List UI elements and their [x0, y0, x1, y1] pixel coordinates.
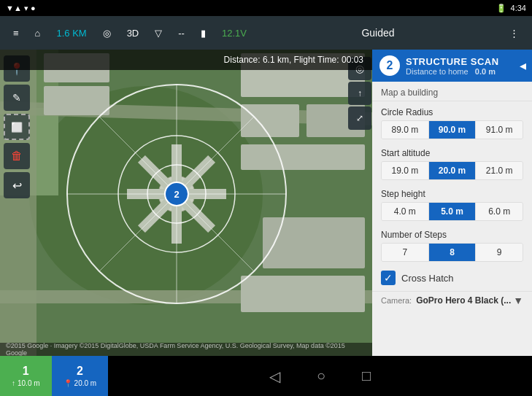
num-steps-controls[interactable]: 7 8 9	[381, 243, 523, 262]
circle-radius-controls[interactable]: 89.0 m 90.0 m 91.0 m	[381, 120, 523, 139]
start-altitude-row: Start altitude 19.0 m 20.0 m 21.0 m	[372, 142, 532, 183]
num-steps-val-2[interactable]: 9	[476, 244, 523, 261]
home-nav-btn[interactable]: ○	[317, 368, 325, 384]
toolbar-title: Guided	[255, 27, 501, 39]
square-nav-btn[interactable]: □	[362, 368, 371, 384]
bottom-tab-2[interactable]: 2 📍 20.0 m	[52, 356, 109, 396]
start-altitude-controls[interactable]: 19.0 m 20.0 m 21.0 m	[381, 161, 523, 180]
map-area[interactable]: 2	[0, 50, 372, 356]
undo-tool-btn[interactable]: ↩	[4, 172, 30, 198]
bottom-nav: ◁ ○ □	[108, 368, 532, 385]
tab2-num: 2	[77, 365, 83, 378]
svg-text:2: 2	[174, 189, 179, 200]
edit-tool-btn[interactable]: ✎	[4, 85, 30, 111]
collapse-btn[interactable]: ⤢	[348, 106, 371, 130]
tab1-num: 1	[23, 365, 29, 378]
num-steps-val-1[interactable]: 8	[429, 244, 477, 261]
copyright-text: ©2015 Google · Imagery ©2015 DigitalGlob…	[6, 342, 366, 357]
circle-radius-row: Circle Radius 89.0 m 90.0 m 91.0 m	[372, 101, 532, 142]
signal-icons: ▼▲ ▾ ●	[6, 4, 36, 13]
toolbar: ≡ ⌂ 1.6 KM ◎ 3D ▽ -- ▮ 12.1V Guided ⋮	[0, 16, 532, 50]
cross-hatch-label: Cross Hatch	[401, 273, 454, 284]
separator-display: --	[171, 16, 192, 50]
tab2-info: 📍 20.0 m	[63, 379, 97, 387]
circle-radius-val-2[interactable]: 91.0 m	[476, 121, 523, 139]
svg-rect-14	[241, 276, 365, 312]
circle-radius-val-1[interactable]: 90.0 m	[429, 121, 477, 139]
panel-collapse-btn[interactable]: ◂	[520, 58, 526, 74]
bottom-tab-1[interactable]: 1 ↑ 10.0 m	[0, 356, 52, 396]
back-nav-btn[interactable]: ◁	[269, 368, 280, 385]
svg-rect-8	[44, 86, 109, 115]
num-steps-val-0[interactable]: 7	[382, 244, 429, 261]
region-tool-btn[interactable]: ⬜	[4, 114, 30, 140]
tab2-icon: 📍	[63, 379, 72, 387]
step-height-controls[interactable]: 4.0 m 5.0 m 6.0 m	[381, 202, 523, 221]
home-button[interactable]: ⌂	[28, 16, 48, 50]
panel-distance-label: Distance to home 0.0 m	[406, 67, 499, 76]
camera-label: Camera:	[381, 296, 412, 305]
flight-info-text: Distance: 6.1 km, Flight Time: 00:03	[224, 55, 363, 65]
voltage-display: 12.1V	[215, 16, 254, 50]
step-height-row: Step height 4.0 m 5.0 m 6.0 m	[372, 183, 532, 224]
step-height-label: Step height	[381, 189, 523, 199]
more-button[interactable]: ⋮	[502, 16, 526, 50]
bottom-tabs: 1 ↑ 10.0 m 2 📍 20.0 m	[0, 356, 108, 396]
start-altitude-val-2[interactable]: 21.0 m	[476, 162, 523, 179]
circle-radius-label: Circle Radius	[381, 107, 523, 117]
left-tools: 📍 ✎ ⬜ 🗑 ↩	[0, 50, 34, 198]
delete-tool-btn[interactable]: 🗑	[4, 143, 30, 169]
aerial-map: 2	[0, 50, 372, 356]
map-svg: 2	[0, 50, 372, 356]
distance-display: 1.6 KM	[49, 16, 93, 50]
step-height-val-0[interactable]: 4.0 m	[382, 203, 429, 220]
circle-radius-val-0[interactable]: 89.0 m	[382, 121, 429, 139]
camera-value: GoPro Hero 4 Black (...	[416, 295, 511, 306]
bottom-bar: 1 ↑ 10.0 m 2 📍 20.0 m ◁ ○ □	[0, 356, 532, 396]
start-altitude-label: Start altitude	[381, 148, 523, 158]
battery-icon: ▮	[193, 16, 213, 50]
3d-button[interactable]: 3D	[120, 16, 147, 50]
cross-hatch-row[interactable]: ✓ Cross Hatch	[372, 265, 532, 291]
map-copyright: ©2015 Google · Imagery ©2015 DigitalGlob…	[0, 343, 372, 356]
tab1-value: 10.0 m	[18, 379, 40, 387]
camera-row[interactable]: Camera: GoPro Hero 4 Black (... ▼	[372, 291, 532, 312]
status-bar: ▼▲ ▾ ● 🔋 4:34	[0, 0, 532, 16]
panel-subtitle: Map a building	[372, 82, 532, 101]
step-height-val-2[interactable]: 6.0 m	[476, 203, 523, 220]
start-altitude-val-0[interactable]: 19.0 m	[382, 162, 429, 179]
battery-percent: 🔋	[496, 4, 506, 13]
tab1-icon: ↑	[12, 379, 15, 387]
location-button[interactable]: ◎	[96, 16, 118, 50]
tab1-info: ↑ 10.0 m	[12, 379, 40, 387]
panel-title: STRUCTURE SCAN	[406, 56, 499, 67]
status-bar-left: ▼▲ ▾ ●	[6, 4, 36, 13]
num-steps-label: Number of Steps	[381, 230, 523, 240]
camera-select[interactable]: GoPro Hero 4 Black (... ▼	[416, 295, 523, 306]
svg-rect-12	[241, 144, 365, 170]
signal-button[interactable]: ▽	[147, 16, 169, 50]
svg-rect-13	[263, 217, 365, 268]
cross-hatch-checkbox[interactable]: ✓	[381, 271, 396, 285]
step-height-val-1[interactable]: 5.0 m	[429, 203, 477, 220]
panel-header: 2 STRUCTURE SCAN Distance to home 0.0 m …	[372, 50, 532, 82]
time-display: 4:34	[511, 4, 526, 12]
step-number: 2	[379, 55, 400, 76]
tab2-value: 20.0 m	[74, 379, 97, 387]
num-steps-row: Number of Steps 7 8 9	[372, 224, 532, 265]
flight-info-bar: Distance: 6.1 km, Flight Time: 00:03	[0, 50, 372, 70]
panel-header-text: STRUCTURE SCAN Distance to home 0.0 m	[406, 56, 499, 76]
camera-dropdown-icon[interactable]: ▼	[513, 295, 523, 306]
right-panel: 2 STRUCTURE SCAN Distance to home 0.0 m …	[372, 50, 532, 356]
start-altitude-val-1[interactable]: 20.0 m	[429, 162, 477, 179]
north-up-btn[interactable]: ↑	[348, 82, 371, 105]
menu-button[interactable]: ≡	[6, 16, 26, 50]
